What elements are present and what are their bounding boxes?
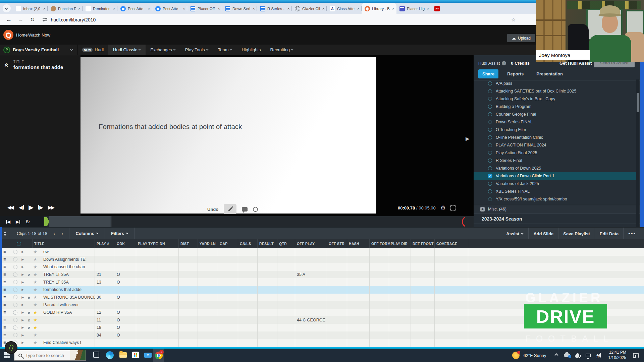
browser-tab[interactable]: Reminder × [83, 3, 117, 14]
radio-icon[interactable] [488, 166, 492, 170]
playlist-item[interactable]: ✓ R Series Final [474, 157, 636, 164]
column-header[interactable]: DIST [179, 242, 189, 246]
browser-tab[interactable]: R Series - × [257, 3, 292, 14]
radio-icon[interactable] [488, 120, 492, 124]
add-slide-button[interactable]: Add Slide [533, 231, 553, 236]
radio-icon[interactable] [488, 89, 492, 93]
column-header[interactable]: YARD LN [198, 242, 216, 246]
radio-icon[interactable] [488, 112, 492, 116]
row-select-circle[interactable] [13, 318, 17, 322]
tab-close-icon[interactable]: × [392, 6, 394, 11]
collapse-up-icon[interactable]: » [2, 63, 10, 67]
browser-tab[interactable]: Library - B × [362, 3, 396, 14]
hudl-nav-item[interactable]: Team [213, 45, 237, 55]
info-icon[interactable]: i [502, 61, 506, 65]
play-icon[interactable]: ▶ [29, 204, 34, 210]
bookmark-star-icon[interactable]: ☆ [511, 17, 516, 23]
row-select-circle[interactable] [13, 295, 17, 299]
playlist-item[interactable]: ✓ O-line Presentation Clinic [474, 133, 636, 141]
row-play-icon[interactable]: ▶ [21, 303, 24, 306]
team-selector[interactable]: P Boys Varsity Football [0, 45, 77, 55]
hudl-nav-item[interactable]: Exchanges [146, 45, 180, 55]
tab-close-icon[interactable]: × [252, 6, 255, 11]
hudl-nav-item[interactable]: Recruiting [266, 45, 299, 55]
hudl-nav-item[interactable]: Play Tools [180, 45, 213, 55]
next-frame-icon[interactable]: ▶ [38, 205, 43, 210]
draw-tool-button[interactable] [224, 204, 236, 214]
action-center-icon[interactable] [633, 353, 639, 358]
fast-forward-icon[interactable]: ▶▶ [48, 205, 55, 210]
next-slide-arrow-icon[interactable]: ▶ [466, 136, 470, 142]
previous-clip-icon[interactable]: ◀ [6, 219, 10, 224]
sidebar-tab[interactable]: Share [478, 69, 498, 78]
circle-tool-icon[interactable] [253, 207, 258, 212]
page-next-icon[interactable]: › [61, 231, 63, 236]
playlist-item[interactable]: ✓ Counter George Final [474, 110, 636, 118]
clip-row[interactable]: ≡ ▶ z ★ TREY LT 35A 13 O [0, 278, 644, 286]
upload-button[interactable]: ☁ Upload [507, 34, 535, 42]
row-play-icon[interactable]: ▶ [21, 265, 24, 268]
drag-handle-icon[interactable]: ≡ [3, 264, 6, 269]
row-play-icon[interactable]: ▶ [21, 334, 24, 337]
radio-icon[interactable] [488, 97, 492, 101]
row-select-circle[interactable] [13, 265, 17, 269]
row-play-icon[interactable]: ▶ [21, 288, 24, 291]
tab-close-icon[interactable]: × [148, 6, 150, 11]
hudl-nav-item[interactable]: Hudl Classic [108, 45, 146, 55]
row-play-icon[interactable]: ▶ [21, 258, 24, 261]
playlist-item[interactable]: ✓ A/A pass [474, 79, 636, 87]
fullscreen-icon[interactable] [450, 205, 455, 210]
season-group-row[interactable]: 2023-2024 Season [474, 214, 640, 224]
star-icon[interactable]: ★ [33, 287, 37, 292]
playlist-item[interactable]: ✓ Building a Program [474, 103, 636, 110]
browser-tab[interactable]: Glazier Cli × [292, 3, 327, 14]
row-play-icon[interactable]: ▶ [21, 250, 24, 253]
radio-icon[interactable] [488, 182, 492, 186]
tab-close-icon[interactable]: × [217, 6, 220, 11]
column-header[interactable]: HASH [347, 242, 359, 246]
row-play-icon[interactable]: ▶ [21, 281, 24, 284]
browser-tab[interactable]: Down Seri × [222, 3, 257, 14]
replay-icon[interactable]: ↻ [25, 219, 30, 225]
chrome-taskbar-button[interactable]: J [153, 349, 164, 362]
clip-row[interactable]: ≡ ▶ z ★ ow [0, 248, 644, 256]
star-icon[interactable]: ★ [33, 325, 37, 330]
undo-button[interactable]: Undo [207, 207, 218, 212]
playlist-item[interactable]: ✓ Attacking Safety's in Box - Copy [474, 95, 636, 103]
url-text[interactable]: hudl.com/library/2010 [51, 17, 96, 22]
column-header[interactable]: COVERAGE [435, 242, 458, 246]
browser-tab[interactable]: CNN × [431, 3, 447, 14]
radio-icon[interactable] [488, 105, 492, 109]
tab-close-icon[interactable]: × [78, 6, 80, 11]
watch-now-link[interactable]: Watch Now [28, 33, 50, 38]
drag-handle-icon[interactable]: ≡ [3, 295, 6, 300]
playlist-item[interactable]: ✓ Down Series FINAL [474, 118, 636, 126]
star-icon[interactable]: ★ [33, 340, 37, 345]
expand-plus-icon[interactable]: + [480, 207, 485, 212]
star-icon[interactable]: ★ [33, 249, 37, 254]
onedrive-icon[interactable] [564, 354, 570, 357]
microphone-icon[interactable] [576, 353, 579, 358]
forward-icon[interactable]: → [18, 16, 23, 23]
taskbar-search[interactable] [14, 350, 86, 361]
hudl-nav-item[interactable]: Highlights [237, 45, 265, 55]
row-select-circle[interactable] [13, 280, 17, 284]
hidden-icons-chevron[interactable] [554, 353, 558, 357]
drag-handle-icon[interactable]: ≡ [3, 310, 6, 315]
tab-close-icon[interactable]: × [43, 6, 46, 11]
browser-tab[interactable]: Post Atte × [117, 3, 152, 14]
row-select-circle[interactable] [13, 273, 17, 277]
star-icon[interactable]: ★ [33, 272, 37, 277]
browser-tab[interactable]: Placer Hig × [396, 3, 431, 14]
browser-tab[interactable]: Placer Off × [187, 3, 222, 14]
row-play-icon[interactable]: ▶ [21, 273, 24, 276]
hudl-logo-icon[interactable] [3, 30, 13, 40]
column-header[interactable]: PLAY TYPE [136, 242, 158, 246]
select-all-circle[interactable] [17, 242, 21, 246]
radio-icon[interactable] [488, 128, 492, 132]
rewind-icon[interactable]: ◀◀ [7, 205, 14, 210]
weather-label[interactable]: 62°F Sunny [524, 353, 546, 358]
clip-row[interactable]: ≡ ▶ z ★ Down Assignments TE: [0, 256, 644, 263]
reload-icon[interactable]: ↻ [30, 16, 35, 23]
drag-handle-icon[interactable]: ≡ [3, 325, 6, 330]
